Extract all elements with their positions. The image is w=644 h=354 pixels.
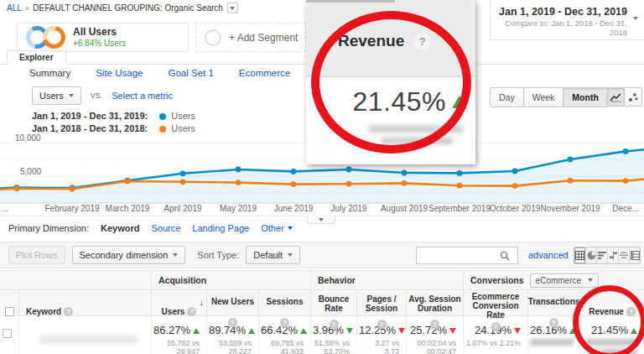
svg-text:May 2019: May 2019 <box>220 204 257 213</box>
granularity-day-button[interactable]: Day <box>490 87 524 107</box>
column-new-users[interactable]: New Users <box>206 290 258 333</box>
chevron-down-icon <box>69 94 74 97</box>
date-range-primary: Jan 1, 2019 - Dec 31, 2019 <box>491 6 627 18</box>
chart-type-buttons <box>607 87 642 107</box>
bars-icon <box>598 251 607 260</box>
metric-picker-row: Users vs. Select a metric <box>32 86 173 105</box>
legend-period-2019: Jan 1, 2019 - Dec 31, 2019: <box>32 110 148 122</box>
metric-dropdown[interactable]: Users <box>32 86 81 105</box>
revenue-callout-title: Revenue <box>338 32 404 50</box>
svg-text:April 2019: April 2019 <box>164 204 201 213</box>
motion-chart-button[interactable] <box>625 87 642 107</box>
dimension-source-link[interactable]: Source <box>151 223 180 233</box>
help-icon[interactable] <box>280 318 289 327</box>
help-icon <box>413 33 431 50</box>
help-icon[interactable] <box>430 320 439 329</box>
breadcrumb-dropdown-button[interactable] <box>227 3 238 13</box>
column-keyword[interactable]: Keyword <box>18 290 151 333</box>
help-icon[interactable] <box>377 320 387 329</box>
dimension-landing-page-link[interactable]: Landing Page <box>192 223 249 233</box>
column-sessions-label: Sessions <box>267 297 304 306</box>
column-bounce-rate[interactable]: Bounce Rate <box>310 290 356 333</box>
granularity-week-button[interactable]: Week <box>524 87 564 107</box>
pivot-view-button[interactable] <box>629 247 640 263</box>
svg-text:August 2019: August 2019 <box>381 204 428 213</box>
help-icon[interactable] <box>491 322 501 331</box>
annotations-toggle[interactable] <box>307 216 335 224</box>
column-ecommerce-conversion-rate-label: Ecommerce Conversion Rate <box>465 292 526 320</box>
help-icon[interactable] <box>549 318 558 327</box>
column-sessions[interactable]: Sessions <box>258 290 310 333</box>
sort-descending-icon[interactable] <box>200 298 205 307</box>
help-icon[interactable] <box>228 318 237 327</box>
subtab-site-usage[interactable]: Site Usage <box>96 68 143 78</box>
secondary-dimension-dropdown[interactable]: Secondary dimension <box>72 246 186 264</box>
line-chart-icon <box>610 92 622 102</box>
tab-explorer[interactable]: Explorer <box>7 50 66 65</box>
table-search-box <box>416 247 518 264</box>
chart-legend: Jan 1, 2019 - Dec 31, 2019: Users Jan 1,… <box>32 110 195 135</box>
callout-border-fragment <box>306 0 395 3</box>
segment-card-all-users[interactable]: All Users +6.84% Users <box>17 23 189 52</box>
table-grid-icon <box>575 251 584 260</box>
breadcrumb: ALL » DEFAULT CHANNEL GROUPING: Organic … <box>7 3 238 13</box>
plot-rows-button[interactable]: Plot Rows <box>8 246 65 264</box>
granularity-month-button[interactable]: Month <box>564 87 608 107</box>
select-a-metric-link[interactable]: Select a metric <box>112 91 173 101</box>
redacted-revenue-comparison <box>585 339 637 346</box>
search-icon[interactable] <box>499 250 511 262</box>
svg-text:...: ... <box>2 204 8 213</box>
column-new-users-label: New Users <box>211 297 254 306</box>
subtab-ecommerce[interactable]: Ecommerce <box>239 68 290 78</box>
add-segment-button[interactable]: + Add Segment <box>195 23 306 52</box>
breadcrumb-all-link[interactable]: ALL <box>7 3 22 13</box>
sort-type-dropdown[interactable]: Default <box>246 246 300 264</box>
subtab-summary[interactable]: Summary <box>29 68 70 78</box>
add-segment-label: + Add Segment <box>229 32 298 44</box>
chevron-down-icon <box>588 279 593 282</box>
column-transactions[interactable]: Transactions <box>527 290 579 333</box>
column-users[interactable]: Users <box>151 290 206 333</box>
legend-row-2018: Jan 1, 2018 - Dec 31, 2018: Users <box>32 122 195 135</box>
subtab-goal-set-1[interactable]: Goal Set 1 <box>168 68 213 78</box>
line-chart-button[interactable] <box>607 87 625 107</box>
help-icon[interactable] <box>330 320 339 329</box>
percentage-view-button[interactable] <box>585 247 596 263</box>
svg-text:October 2019: October 2019 <box>490 204 541 213</box>
column-revenue-label: Revenue <box>589 307 624 316</box>
select-all-cell <box>0 290 18 333</box>
date-range-compare: Compare to: Jan 1, 2018 - Dec 31, 2018 <box>491 18 627 37</box>
term-cloud-view-button[interactable] <box>618 247 629 263</box>
chevron-down-icon <box>173 253 178 257</box>
svg-text:5,000: 5,000 <box>20 167 41 176</box>
performance-view-button[interactable] <box>596 247 607 263</box>
select-all-checkbox[interactable] <box>5 307 14 316</box>
revenue-callout-value: 21.45% <box>352 86 446 117</box>
avg-session-duration-comparison: 00:02:04 vs 00:02:47 <box>408 339 456 354</box>
table-view-button[interactable] <box>574 247 585 263</box>
dimension-other-dropdown[interactable]: Other <box>261 223 293 233</box>
help-icon[interactable] <box>187 307 196 316</box>
dimension-other-label: Other <box>261 223 284 233</box>
column-bounce-rate-label: Bounce Rate <box>313 294 355 313</box>
dimension-keyword[interactable]: Keyword <box>101 223 139 233</box>
advanced-search-link[interactable]: advanced <box>528 250 569 260</box>
column-revenue[interactable]: Revenue <box>579 290 644 333</box>
legend-series-2019: Users <box>171 110 195 122</box>
help-icon[interactable] <box>626 307 636 316</box>
search-input[interactable] <box>417 248 499 263</box>
column-keyword-label: Keyword <box>26 307 61 316</box>
conversions-type-dropdown[interactable]: eCommerce <box>530 273 599 288</box>
column-ecommerce-conversion-rate[interactable]: Ecommerce Conversion Rate <box>463 290 527 333</box>
svg-text:November 2019: November 2019 <box>540 204 600 213</box>
help-icon[interactable] <box>64 307 73 316</box>
comparison-view-button[interactable] <box>607 247 618 263</box>
svg-text:July 2019: July 2019 <box>331 204 367 213</box>
legend-dot-orange-icon <box>159 126 166 133</box>
keyword-table: Acquisition Behavior Conversions eCommer… <box>0 270 644 354</box>
column-avg-session-duration[interactable]: Avg. Session Duration <box>406 290 463 333</box>
chevron-down-icon <box>230 7 235 10</box>
date-range-selector[interactable]: Jan 1, 2019 - Dec 31, 2019 Compare to: J… <box>490 0 644 40</box>
redacted-keyword <box>39 336 138 344</box>
column-pages-session[interactable]: Pages / Session <box>356 290 406 333</box>
